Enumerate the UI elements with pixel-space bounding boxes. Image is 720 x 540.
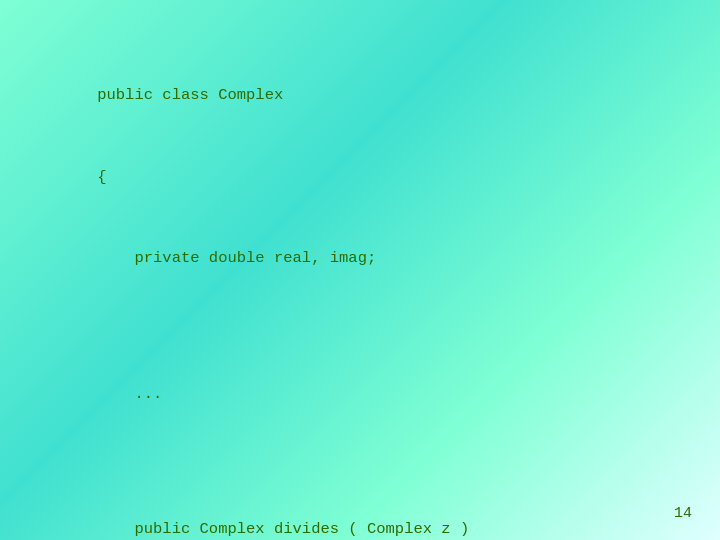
code-line-3: private double real, imag; xyxy=(97,249,376,267)
code-line-2: { xyxy=(97,168,106,186)
page-number: 14 xyxy=(674,505,692,522)
slide-container: public class Complex { private double re… xyxy=(0,0,720,540)
code-line-5: ... xyxy=(97,385,162,403)
code-block: public class Complex { private double re… xyxy=(60,55,660,540)
code-line-1: public class Complex xyxy=(97,86,283,104)
code-line-7: public Complex divides ( Complex z ) xyxy=(97,520,469,538)
